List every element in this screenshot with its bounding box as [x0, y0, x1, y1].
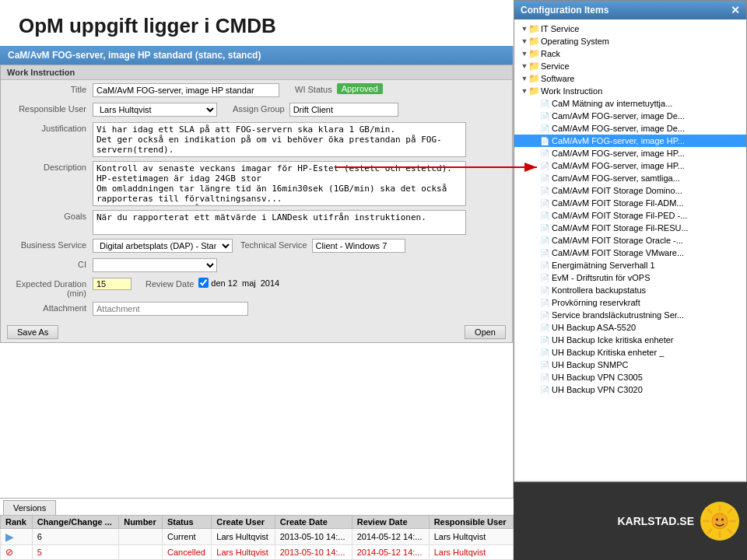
review-date-checkbox-area: den 12 maj 2014 [198, 278, 279, 288]
panel-title: Configuration Items [521, 5, 608, 16]
tree-item[interactable]: 📄 CaM/AvM FOIT Storage Fil-ADM... [514, 197, 746, 209]
tree-item-label: EvM - Driftsrutin för vOPS [552, 273, 651, 282]
document-icon: 📄 [539, 222, 550, 233]
tree-container[interactable]: ▼ 📁 IT Service ▼ 📁 Operating System ▼ 📁 … [514, 19, 746, 480]
tree-item[interactable]: 📄 UH Backup ASA-5520 [514, 321, 746, 334]
tree-item[interactable]: ▼ 📁 Work Instruction [514, 85, 746, 97]
table-row[interactable]: ▶ 6 Current Lars Hultqvist 2013-05-10 14… [1, 529, 514, 545]
responsible-user-label: Responsible User [7, 103, 93, 114]
tree-item-label: UH Backup VPN C3020 [552, 385, 643, 394]
tree-item[interactable]: 📄 CaM/AvM FOIT Storage Fil-RESU... [514, 222, 746, 234]
svg-line-9 [728, 509, 731, 513]
document-icon: 📄 [539, 148, 550, 159]
tree-item[interactable]: 📄 CaM/AvM FOG-server, image HP... [514, 147, 746, 159]
col-change: Change/Change ... [32, 516, 118, 529]
tree-item-label: Cam/AvM FOG-server, image De... [552, 111, 685, 121]
goals-textarea[interactable]: När du rapporterat ett mätvärde i LANDes… [93, 210, 466, 235]
table-row[interactable]: ⊘ 5 Cancelled Lars Hultqvist 2013-05-10 … [1, 545, 514, 560]
tree-item[interactable]: 📄 Service brandsläckutrustning Ser... [514, 309, 746, 321]
cell-status: Current [162, 529, 211, 545]
tree-item[interactable]: 📄 UH Backup SNMPC [514, 359, 746, 371]
tree-item[interactable]: 📄 CaM Mätning av internetuyttja... [514, 97, 746, 110]
tree-item[interactable]: 📄 CaM/AvM FOIT Storage VMware... [514, 247, 746, 259]
tree-item[interactable]: 📄 CaM/AvM FOG-server, image HP... [514, 159, 746, 172]
services-row: Business Service Digital arbetsplats (DA… [7, 239, 506, 254]
tree-item-label: Kontrollera backupstatus [552, 285, 646, 295]
tree-item[interactable]: 📄 CaM/AvM FOIT Storage Domino... [514, 184, 746, 197]
cell-responsible-user: Lars Hultqvist [429, 529, 513, 545]
business-service-label: Business Service [7, 239, 93, 250]
tree-expander: ▼ [521, 61, 528, 72]
tree-item[interactable]: ▼ 📁 IT Service [514, 23, 746, 35]
expected-duration-input[interactable] [93, 278, 132, 290]
document-icon: 📄 [539, 173, 550, 184]
tree-item[interactable]: ▼ 📁 Service [514, 60, 746, 72]
description-row: Description Kontroll av senaste veckans … [7, 161, 506, 206]
responsible-user-row: Responsible User Lars Hultqvist Assign G… [7, 103, 506, 118]
tree-expander: ▼ [521, 86, 528, 96]
form-section-title: Work Instruction [1, 65, 512, 80]
document-icon: 📄 [539, 372, 550, 383]
tree-item[interactable]: 📄 UH Backup VPN C3020 [514, 383, 746, 396]
save-as-button[interactable]: Save As [7, 325, 58, 339]
tree-item[interactable]: 📄 UH Backup Kritiska enheter _ [514, 346, 746, 359]
tree-item-label: UH Backup ASA-5520 [552, 323, 636, 332]
tree-item[interactable]: 📄 CaM/AvM FOG-server, image HP... [514, 135, 746, 147]
goals-row: Goals När du rapporterat ett mätvärde i … [7, 210, 506, 235]
document-icon: 📄 [539, 347, 550, 358]
col-create-user: Create User [212, 516, 275, 529]
document-icon: 📄 [539, 310, 550, 320]
review-date-checkbox[interactable] [198, 278, 209, 288]
tree-item-label: CaM/AvM FOIT Storage Domino... [552, 186, 682, 195]
tree-item[interactable]: 📄 Kontrollera backupstatus [514, 284, 746, 296]
tree-item[interactable]: ▼ 📁 Operating System [514, 35, 746, 47]
cancelled-icon: ⊘ [5, 547, 13, 558]
col-create-date: Create Date [275, 516, 352, 529]
description-textarea[interactable]: Kontroll av senaste veckans imagar för H… [93, 161, 466, 206]
justification-textarea[interactable]: Vi har idag ett SLA på att FOG-servern s… [93, 122, 466, 157]
attachment-row: Attachment [7, 302, 506, 317]
open-button[interactable]: Open [465, 325, 506, 339]
tree-item[interactable]: 📄 Energimätning Serverhall 1 [514, 259, 746, 271]
tree-item[interactable]: ▼ 📁 Rack [514, 47, 746, 60]
responsible-user-select[interactable]: Lars Hultqvist [93, 103, 217, 117]
tree-item[interactable]: ▼ 📁 Software [514, 72, 746, 85]
svg-line-10 [708, 530, 711, 533]
tree-item[interactable]: 📄 UH Backup Icke kritiska enheter [514, 334, 746, 346]
business-service-select[interactable]: Digital arbetsplats (DAP) - Standard - [93, 239, 233, 253]
svg-line-8 [728, 530, 731, 533]
folder-icon: 📁 [528, 36, 539, 47]
ci-select[interactable] [93, 258, 217, 272]
col-number: Number [119, 516, 163, 529]
versions-tab[interactable]: Versions [3, 500, 56, 515]
tree-item[interactable]: 📄 Cam/AvM FOG-server, samtliga... [514, 172, 746, 184]
document-icon: 📄 [539, 160, 550, 171]
tree-item-label: Cam/AvM FOG-server, samtliga... [552, 173, 680, 183]
document-icon: 📄 [539, 297, 550, 308]
review-date-day: den 12 [211, 278, 237, 288]
tree-item[interactable]: 📄 Cam/AvM FOG-server, image De... [514, 110, 746, 122]
folder-icon: 📁 [528, 86, 539, 96]
page-title: OpM uppgift ligger i CMDB [19, 14, 495, 38]
tree-item[interactable]: 📄 EvM - Driftsrutin för vOPS [514, 271, 746, 284]
tree-item[interactable]: 📄 CaM/AvM FOIT Storage Oracle -... [514, 234, 746, 247]
svg-line-7 [708, 509, 711, 513]
title-input[interactable] [93, 83, 279, 97]
attachment-input[interactable] [93, 302, 248, 316]
tree-item-label: IT Service [541, 24, 579, 33]
review-date-label: Review Date [146, 278, 194, 289]
title-row: Title WI Status Approved [7, 83, 506, 99]
cell-status: Cancelled [162, 545, 211, 560]
tree-item[interactable]: 📄 UH Backup VPN C3005 [514, 371, 746, 383]
review-date-month: maj [242, 278, 256, 288]
bottom-bar: KARLSTAD.SE [514, 482, 747, 560]
tree-item-label: CaM/AvM FOIT Storage Fil-ADM... [552, 198, 684, 208]
tree-item[interactable]: 📄 Provkörning reservkraft [514, 296, 746, 309]
tree-expander: ▼ [521, 73, 528, 84]
panel-close-button[interactable]: ✕ [731, 4, 740, 16]
technical-service-input[interactable] [312, 239, 405, 253]
left-panel: OpM uppgift ligger i CMDB CaM/AvM FOG-se… [0, 0, 514, 560]
tree-item[interactable]: 📄 CaM/AvM FOG-server, image De... [514, 122, 746, 135]
tree-item[interactable]: 📄 CaM/AvM FOIT Storage Fil-PED -... [514, 209, 746, 222]
assign-group-input[interactable] [289, 103, 398, 117]
